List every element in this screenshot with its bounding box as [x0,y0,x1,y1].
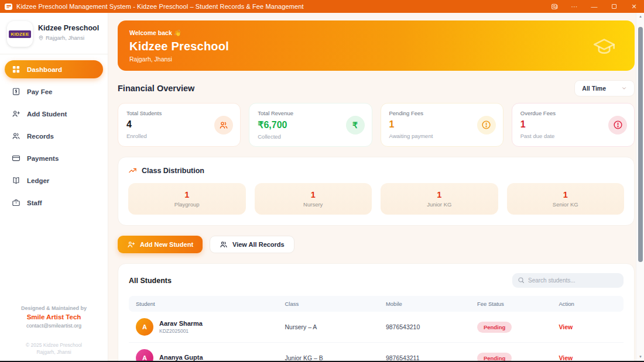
all-students-card: All Students Student Class Mobile Fee St… [118,263,635,362]
location-pin-icon [38,35,44,41]
user-plus-icon [127,240,135,249]
fee-status-badge: Pending [477,322,512,333]
designed-by-label: Designed & Maintained by [0,305,108,311]
alert-circle-icon [477,116,496,135]
app-icon [5,4,12,10]
welcome-greeting: Welcome back 👋 [129,29,623,37]
student-name: Aarav Sharma [159,320,203,327]
stat-card-pending-fees: Pending Fees 1 Awaiting payment [381,103,503,147]
credit-card-icon [12,154,20,163]
sidebar-item-pay-fee[interactable]: Pay Fee [5,82,103,101]
financial-overview-heading: Financial Overview [118,84,194,93]
welcome-banner: Welcome back 👋 Kidzee Preschool Rajgarh,… [118,20,635,71]
copyright-line2: Rajgarh, Jhansi [0,349,108,356]
view-student-link[interactable]: View [559,323,573,330]
school-location: Rajgarh, Jhansi [46,35,84,41]
more-menu-button[interactable]: ⋯ [564,0,584,13]
book-open-icon [12,176,20,185]
main-content: Welcome back 👋 Kidzee Preschool Rajgarh,… [108,13,644,362]
school-logo: KIDZEE [7,21,33,47]
avatar: A [136,349,153,362]
student-mobile: 9876543210 [386,323,477,330]
sidebar-item-ledger[interactable]: Ledger [5,171,103,189]
avatar: A [136,318,153,336]
all-students-title: All Students [129,277,172,285]
class-tile-senior-kg[interactable]: 1 Senior KG [507,183,625,215]
col-class: Class [285,301,386,307]
vertical-scrollbar[interactable]: ▲ ▼ [636,13,644,361]
vendor-brand: Smile Artist Tech [0,313,108,320]
sidebar-item-dashboard[interactable]: Dashboard [5,60,103,78]
class-tile-junior-kg[interactable]: 1 Junior KG [381,183,498,215]
time-filter-dropdown[interactable]: All Time [574,80,635,96]
briefcase-icon [12,198,20,207]
school-name: Kidzee Preschool [38,21,99,33]
sidebar-nav: Dashboard Pay Fee Add Student Records Pa… [0,60,108,212]
chevron-down-icon [621,85,627,91]
banner-location: Rajgarh, Jhansi [129,56,623,63]
class-distribution-title: Class Distribution [142,167,204,175]
col-fee-status: Fee Status [477,301,559,307]
user-plus-icon [12,109,20,118]
users-icon [12,132,20,140]
add-new-student-button[interactable]: Add New Student [118,236,203,253]
col-action: Action [559,301,616,307]
app-window: Kidzee Preschool Management System - Kid… [0,0,644,362]
table-row: A Ananya Gupta Junior KG – B 9876543211 … [129,343,624,362]
users-icon [214,116,233,135]
tab-search-icon[interactable] [544,0,564,13]
students-table: Student Class Mobile Fee Status Action A… [129,296,624,362]
titlebar: Kidzee Preschool Management System - Kid… [0,0,644,13]
view-all-records-button[interactable]: View All Records [210,236,294,253]
student-class: Nursery – A [285,323,386,330]
users-icon [220,240,228,249]
banner-school-name: Kidzee Preschool [129,40,623,53]
search-icon [518,277,525,284]
col-student: Student [136,301,285,307]
table-header-row: Student Class Mobile Fee Status Action [129,296,624,312]
trending-up-icon [128,166,137,175]
sidebar-footer: Designed & Maintained by Smile Artist Te… [0,305,108,357]
minimize-button[interactable]: — [584,0,604,13]
stat-card-overdue-fees: Overdue Fees 1 Past due date [512,103,635,147]
vendor-email: contact@smileartist.org [0,323,108,329]
window-title: Kidzee Preschool Management System - Kid… [16,3,304,10]
graduation-cap-icon [590,36,618,59]
table-row: A Aarav Sharma KDZ2025001 Nursery – A 98… [129,312,624,343]
dashboard-grid-icon [12,65,20,74]
maximize-button[interactable] [604,0,624,13]
close-button[interactable]: ✕ [624,0,644,13]
sidebar-item-records[interactable]: Records [5,127,103,145]
sidebar-item-staff[interactable]: Staff [5,194,103,212]
sidebar-item-payments[interactable]: Payments [5,149,103,167]
copyright-line1: © 2025 Kidzee Preschool [0,342,108,349]
class-tile-playgroup[interactable]: 1 Playgroup [128,183,246,215]
stat-card-total-students: Total Students 4 Enrolled [118,103,241,147]
sidebar: KIDZEE Kidzee Preschool Rajgarh, Jhansi … [0,13,108,362]
search-students-input[interactable] [512,273,624,288]
alert-circle-icon [608,116,627,135]
class-tile-nursery[interactable]: 1 Nursery [255,183,372,215]
class-distribution-card: Class Distribution 1 Playgroup 1 Nursery… [118,157,635,226]
scroll-down-arrow-icon[interactable]: ▼ [636,355,644,358]
student-name: Ananya Gupta [159,354,203,361]
banknote-icon [12,87,20,96]
school-logo-text: KIDZEE [9,30,30,38]
sidebar-item-add-student[interactable]: Add Student [5,105,103,123]
scrollbar-thumb[interactable] [638,27,643,262]
scroll-up-arrow-icon[interactable]: ▲ [636,15,644,18]
stat-cards: Total Students 4 Enrolled Total Revenue … [118,103,635,147]
col-mobile: Mobile [386,301,477,307]
sidebar-header: KIDZEE Kidzee Preschool Rajgarh, Jhansi [0,13,108,54]
stat-card-total-revenue: Total Revenue ₹6,700 Collected ₹ [249,103,372,147]
rupee-icon: ₹ [346,116,365,135]
time-filter-value: All Time [582,85,606,92]
student-id: KDZ2025001 [159,328,203,334]
